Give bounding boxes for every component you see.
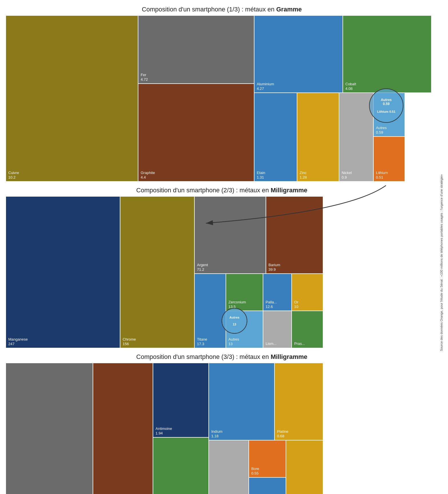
treemap-cell: Argent71.2 [194,196,266,274]
cell-value-label: 71.2 [197,267,263,272]
treemap-cell: Platine0.68 [274,363,323,440]
cell-name-label: Titane [197,337,223,342]
treemap-cell: Pras... [292,311,323,348]
section-2: Composition d'un smartphone (2/3) : méta… [6,187,438,348]
section-1: Composition d'un smartphone (1/3) : méta… [6,6,438,181]
cell-name-label: Argent [197,263,263,267]
treemap-cell: Antimoine1.94 [153,363,209,437]
treemap-cell: Lithium0.51 [373,137,405,181]
cell-value-label: 0.68 [277,434,320,438]
cell-value-label: 1.31 [257,175,294,179]
cell-name-label: Zerconium [228,300,260,305]
treemap-cell: Stronium1.2 [153,437,209,494]
treemap-cell: Manganese247 [6,196,120,348]
cell-name-label: Lithium [376,171,402,175]
cell-value-label: 4.27 [257,86,340,91]
cell-value-label: 0.59 [376,130,402,135]
treemap-cell: Or10 [292,274,323,311]
treemap-cell: Fer4.72 [138,15,254,84]
cell-value-label: 13 [228,342,260,346]
cell-name-label: Chrome [123,337,192,342]
chart1-title-plain: Composition d'un smartphone (1/3) : méta… [142,6,276,13]
treemap-cell: Tantale0.66 [209,440,249,494]
cell-name-label: Zinc [300,171,337,175]
chart2-title: Composition d'un smartphone (2/3) : méta… [6,187,438,194]
cell-name-label: Cobalt [345,82,429,86]
cell-name-label: Autres [228,337,260,342]
cell-name-label: Or [294,300,320,305]
treemap-cell: Aluminium4.27 [254,15,343,93]
treemap-cell: Zinc1.28 [297,93,339,181]
treemap-1: Cuivre10.2Fer4.72Graphite4.4Aluminium4.2… [6,15,438,181]
annotation2-autres-label: Autres [230,316,240,319]
cell-value-label: 0.9 [342,175,371,179]
treemap-cell: Indium1.18 [209,363,274,440]
annotation-autres-label: Autres [381,98,392,102]
treemap-cell: Graphite4.4 [138,84,254,181]
annotation-lithium-label: Lithium 0.51 [377,110,395,113]
cell-name-label: Manganese [8,337,118,342]
treemap-cell: Barium39.9 [266,196,323,274]
cell-name-label: Graphite [141,171,252,175]
cell-name-label: Bore [251,467,283,471]
treemap-cell: Tungestene0.47 [249,477,286,494]
source-text: Source des données Orange, pour l'étude … [438,171,445,354]
treemap-cell: Chrome156 [120,196,194,348]
treemap-3: Neodyme3.84Magnésium2.47Antimoine1.94Str… [6,363,438,494]
chart3-title-plain: Composition d'un smartphone (3/3) : méta… [136,353,271,360]
cell-name-label: Fer [141,73,252,77]
cell-value-label: 4.4 [141,175,252,179]
cell-name-label: Antimoine [156,426,206,431]
treemap-cell: Cobalt4.08 [343,15,431,93]
treemap-cell: Zerconium13.5 [226,274,263,311]
cell-value-label: 39.9 [268,267,320,272]
cell-value-label: 0.55 [251,471,283,475]
chart2-title-bold: Milligramme [271,187,307,194]
cell-name-label: Autres [376,126,402,130]
treemap-cell: Cuivre10.2 [6,15,138,181]
annotation-circle-autres2: Autres13 [222,308,247,334]
treemap-cell: Palla...12.6 [263,274,292,311]
cell-name-label: Indium [211,429,272,434]
chart1-title-bold: Gramme [276,6,302,13]
cell-name-label: Barium [268,263,320,267]
cell-value-label: 10 [294,305,320,309]
cell-value-label: 0.51 [376,175,402,179]
treemap-cell: Titane17.3 [194,274,226,348]
treemap-cell: Etain1.31 [254,93,297,181]
cell-name-label: Pras... [294,341,320,346]
treemap-cell: Neodyme3.84 [6,363,93,494]
cell-name-label: Aluminium [257,82,340,86]
chart2-title-plain: Composition d'un smartphone (2/3) : méta… [136,187,271,194]
cell-value-label: 4.72 [141,77,252,82]
cell-name-label: Palla... [266,300,289,305]
annotation2-autres-value: 13 [233,323,236,326]
treemap-cell: Magnésium2.47 [93,363,153,494]
cell-value-label: 1.94 [156,431,206,435]
charts-area: Composition d'un smartphone (1/3) : méta… [6,6,438,494]
annotation-circle-autres: Autres0.59Lithium 0.51 [369,88,403,123]
cell-value-label: 10.2 [8,175,136,179]
cell-name-label: Lism... [266,341,289,346]
main-container: Composition d'un smartphone (1/3) : méta… [0,0,448,494]
treemap-cell: extra [286,440,323,494]
section-3: Composition d'un smartphone (3/3) : méta… [6,353,438,494]
cell-name-label: Cuivre [8,171,136,175]
cell-value-label: 1.28 [300,175,337,179]
treemap-2: Manganese247Chrome156Argent71.2Barium39.… [6,196,438,348]
cell-name-label: Nickel [342,171,371,175]
cell-name-label: Platine [277,429,320,434]
cell-name-label: Etain [257,171,294,175]
cell-value-label: 17.3 [197,342,223,346]
chart1-title: Composition d'un smartphone (1/3) : méta… [6,6,438,13]
chart3-title: Composition d'un smartphone (3/3) : méta… [6,353,438,361]
cell-value-label: 1.18 [211,434,272,438]
annotation-autres-value: 0.59 [383,102,389,106]
cell-value-label: 247 [8,342,118,346]
cell-value-label: 12.6 [266,305,289,309]
treemap-cell: Nickel0.9 [339,93,373,181]
chart3-title-bold: Milligramme [271,353,307,360]
treemap-cell: Bore0.55 [249,440,286,477]
treemap-cell: Lism... [263,311,292,348]
cell-value-label: 156 [123,342,192,346]
